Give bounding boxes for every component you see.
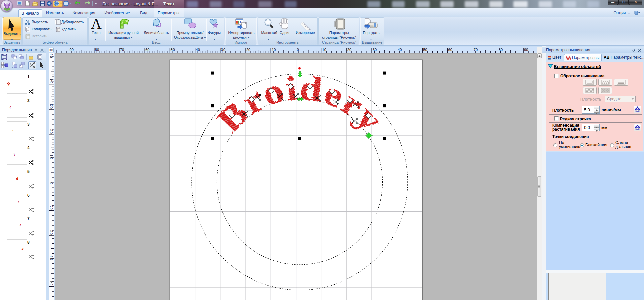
svg-text:0: 0 <box>50 81 53 83</box>
svg-text:10: 10 <box>271 48 276 52</box>
svg-text:60: 60 <box>145 48 149 52</box>
svg-text:3: 3 <box>50 104 53 106</box>
svg-text:40: 40 <box>398 48 402 52</box>
svg-text:0: 0 <box>50 157 53 159</box>
svg-text:0: 0 <box>297 48 299 52</box>
svg-text:1: 1 <box>50 205 53 207</box>
svg-text:2: 2 <box>50 129 53 131</box>
svg-text:0: 0 <box>50 258 53 260</box>
svg-text:40: 40 <box>196 48 200 52</box>
svg-text:90: 90 <box>524 48 528 52</box>
svg-text:20: 20 <box>246 48 250 52</box>
svg-text:70: 70 <box>474 48 478 52</box>
svg-text:30: 30 <box>221 48 225 52</box>
svg-text:90: 90 <box>70 48 74 52</box>
svg-text:2: 2 <box>50 230 53 232</box>
svg-text:0: 0 <box>50 106 53 109</box>
svg-text:4: 4 <box>50 281 53 283</box>
svg-text:0: 0 <box>50 182 53 184</box>
svg-text:60: 60 <box>448 48 452 52</box>
svg-text:0: 0 <box>50 208 53 210</box>
svg-text:50: 50 <box>170 48 175 52</box>
svg-text:0: 0 <box>50 132 53 134</box>
svg-text:1: 1 <box>50 155 53 157</box>
svg-text:5: 5 <box>50 53 53 55</box>
svg-text:0: 0 <box>50 233 53 235</box>
svg-text:0: 0 <box>50 56 53 58</box>
svg-text:3: 3 <box>50 256 53 258</box>
svg-text:20: 20 <box>347 48 351 52</box>
svg-text:30: 30 <box>373 48 377 52</box>
svg-text:80: 80 <box>499 48 503 52</box>
svg-text:50: 50 <box>423 48 427 52</box>
svg-text:4: 4 <box>50 79 53 81</box>
svg-text:10: 10 <box>322 48 326 52</box>
svg-text:0: 0 <box>50 283 53 285</box>
svg-text:80: 80 <box>95 48 99 52</box>
svg-text:70: 70 <box>120 48 124 52</box>
